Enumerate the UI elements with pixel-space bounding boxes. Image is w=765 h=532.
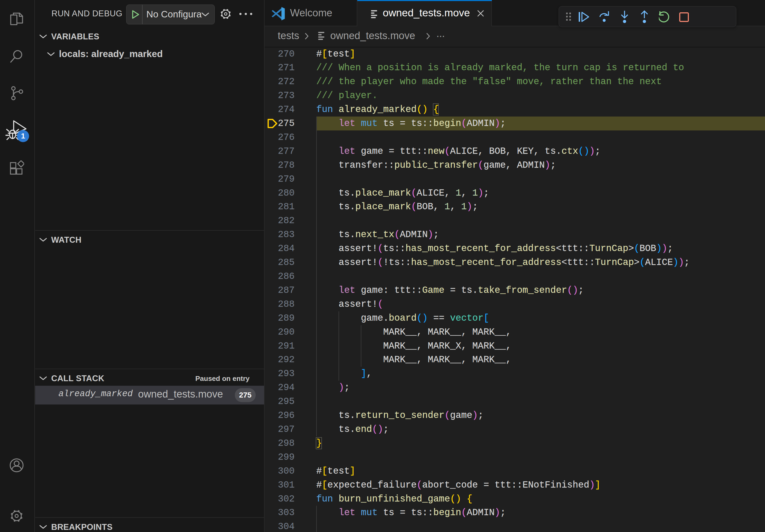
svg-text:1: 1 xyxy=(21,132,25,140)
